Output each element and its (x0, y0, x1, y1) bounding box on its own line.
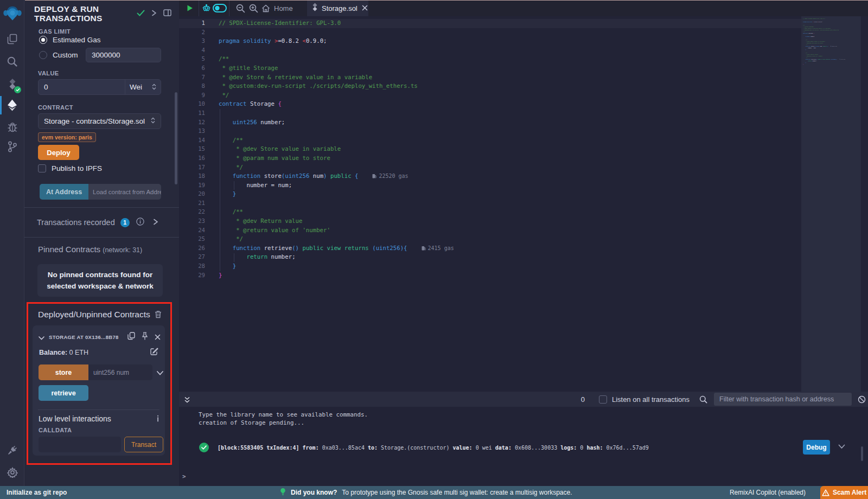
publish-ipfs-checkbox[interactable] (38, 164, 46, 172)
retrieve-button[interactable]: retrieve (39, 385, 88, 401)
copilot-status-label[interactable]: RemixAI Copilot (enabled) (730, 489, 806, 496)
custom-gas-radio[interactable]: Custom (39, 51, 78, 59)
remix-logo-icon[interactable] (0, 3, 24, 24)
deployed-contract-card: STORAGE AT 0X136...8B78 Balance: 0 ETH s… (33, 325, 165, 456)
tab-title: Storage.sol (322, 4, 358, 12)
file-explorer-icon[interactable] (0, 29, 24, 49)
store-arg-input[interactable]: uint256 num (88, 364, 152, 380)
tx-block-label: [block:5583405 txIndex:4] (218, 445, 299, 451)
publish-ipfs-label: Publish to IPFS (52, 164, 102, 172)
contract-label: CONTRACT (38, 104, 73, 111)
pinned-contracts-title: Pinned Contracts (network: 31) (38, 245, 142, 254)
compiled-check-icon (14, 86, 21, 93)
at-address-input[interactable]: Load contract from Addre (88, 184, 161, 200)
git-icon[interactable] (0, 136, 24, 157)
tx-expand-icon[interactable] (838, 444, 845, 451)
panel-columns-icon[interactable] (163, 9, 171, 18)
panel-scrollbar[interactable] (175, 92, 177, 184)
transactions-count-badge: 1 (120, 218, 130, 227)
balance-value: 0 ETH (69, 349, 88, 356)
calldata-input[interactable] (39, 437, 121, 452)
deploy-run-icon[interactable] (0, 95, 24, 116)
icon-sidebar (0, 0, 24, 486)
debugger-icon[interactable] (0, 117, 24, 137)
panel-separator (24, 207, 179, 208)
remove-contract-icon[interactable] (155, 332, 161, 342)
at-address-button[interactable]: At Address (40, 184, 88, 200)
clear-terminal-icon[interactable] (858, 395, 866, 404)
estimated-gas-radio[interactable]: Estimated Gas (39, 36, 101, 44)
close-tab-icon[interactable] (362, 3, 368, 13)
terminal-filter-input[interactable]: Filter with transaction hash or address (714, 393, 852, 406)
no-pinned-line1: No pinned contracts found for (48, 271, 153, 279)
main-area: Home Storage.sol 12345678910111213141516… (179, 0, 868, 486)
settings-icon[interactable] (0, 462, 24, 483)
card-separator (38, 410, 159, 410)
no-pinned-contracts-message: No pinned contracts found forselected wo… (37, 264, 163, 297)
toolbar-separator (199, 0, 199, 16)
terminal-line: creation of Storage pending... (179, 419, 868, 427)
warning-icon (822, 489, 829, 496)
clear-deployed-icon[interactable] (155, 310, 162, 321)
contract-expand-icon[interactable] (39, 332, 44, 342)
store-button[interactable]: store (39, 364, 88, 380)
search-icon[interactable] (0, 51, 24, 72)
terminal-line: Type the library name to see available c… (179, 411, 868, 419)
solidity-file-icon (312, 3, 318, 14)
tab-bar: Home Storage.sol (179, 0, 868, 16)
debug-button[interactable]: Debug (803, 440, 830, 455)
scam-alert-label: Scam Alert (833, 489, 866, 496)
zoom-in-icon[interactable] (247, 0, 260, 16)
value-unit-label: Wei (130, 83, 142, 91)
terminal-search-icon[interactable] (699, 395, 707, 404)
low-level-info-icon[interactable] (156, 414, 159, 424)
panel-separator (24, 237, 179, 238)
radio-custom-gas[interactable] (39, 51, 47, 59)
run-script-icon[interactable] (183, 0, 196, 16)
copilot-toggle-icon[interactable] (212, 0, 227, 16)
transactions-recorded-row[interactable]: Transactions recorded 1 (37, 216, 159, 229)
transactions-info-icon[interactable] (136, 217, 144, 228)
git-init-label[interactable]: Initialize as git repo (7, 489, 67, 496)
deploy-button[interactable]: Deploy (38, 145, 79, 160)
contract-select[interactable]: Storage - contracts/Storage.sol (38, 113, 161, 129)
ai-assistant-icon[interactable] (200, 0, 213, 16)
listen-transactions-label: Listen on all transactions (612, 395, 690, 404)
lightbulb-icon (280, 488, 286, 498)
balance-label: Balance: (39, 349, 67, 356)
minimap[interactable]: // SPDX-License-Identifier: GPL-3.0​prag… (801, 16, 861, 392)
minimap-code: // SPDX-License-Identifier: GPL-3.0​prag… (803, 18, 845, 65)
zoom-out-icon[interactable] (234, 0, 247, 16)
transactions-expand-icon[interactable] (154, 217, 158, 227)
transact-button[interactable]: Transact (124, 437, 163, 452)
editor-scrollbar[interactable] (861, 16, 868, 392)
value-unit-select[interactable]: Wei (125, 80, 161, 94)
tip-text: To prototype using the Gnosis safe multi… (342, 489, 572, 496)
plugin-manager-icon[interactable] (0, 440, 24, 460)
scam-alert-button[interactable]: Scam Alert (820, 486, 868, 499)
edit-balance-icon[interactable] (150, 348, 158, 357)
custom-gas-input[interactable]: 3000000 (86, 48, 161, 62)
pin-contract-icon[interactable] (142, 332, 148, 342)
contract-selected-value: Storage - contracts/Storage.sol (44, 117, 145, 125)
deployed-contract-name[interactable]: STORAGE AT 0X136...8B78 (49, 334, 119, 340)
home-tab[interactable]: Home (261, 0, 293, 16)
code-editor[interactable]: 1234567891011121314151617181920212223242… (179, 16, 868, 392)
transaction-log-row[interactable]: [block:5583405 txIndex:4] from: 0xa03...… (179, 438, 868, 457)
radio-estimated-gas[interactable] (39, 36, 47, 44)
line-numbers: 1234567891011121314151617181920212223242… (179, 19, 205, 280)
solidity-compiler-icon[interactable] (0, 74, 24, 94)
terminal-body[interactable]: Type the library name to see available c… (179, 407, 868, 486)
terminal-collapse-icon[interactable] (179, 392, 195, 408)
pin-panel-icon[interactable] (152, 9, 156, 18)
tab-storage-sol[interactable]: Storage.sol (307, 0, 368, 16)
value-input[interactable]: 0 (39, 83, 125, 91)
publish-ipfs-row[interactable]: Publish to IPFS (38, 164, 102, 172)
terminal-scrollbar[interactable] (861, 446, 863, 461)
store-expand-icon[interactable] (157, 368, 163, 378)
panel-title: DEPLOY & RUN TRANSACTIONS (34, 4, 135, 23)
listen-transactions-checkbox[interactable] (599, 395, 607, 404)
copy-address-icon[interactable] (127, 332, 135, 342)
compile-success-icon (137, 9, 145, 18)
deployed-contracts-title: Deployed/Unpinned Contracts (38, 310, 150, 319)
